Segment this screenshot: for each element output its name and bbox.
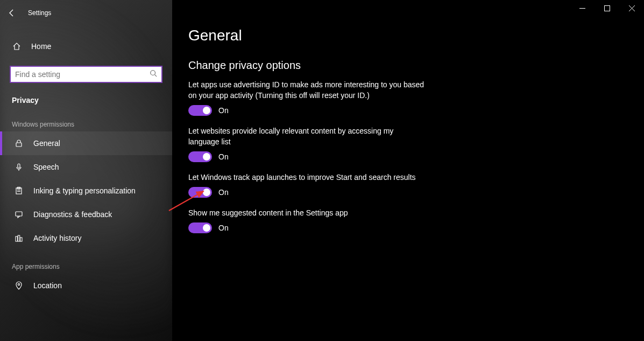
svg-rect-3 [18, 164, 20, 168]
page-title: General [188, 27, 479, 44]
nav-activity[interactable]: Activity history [0, 226, 172, 250]
history-icon [14, 233, 24, 243]
nav-general-label: General [33, 139, 60, 148]
search-input[interactable] [15, 70, 150, 79]
maximize-icon [604, 5, 610, 11]
setting-locale: Let websites provide locally relevant co… [188, 126, 479, 162]
setting-suggest: Show me suggested content in the Setting… [188, 207, 479, 233]
nav-activity-label: Activity history [33, 234, 81, 242]
maximize-button[interactable] [595, 0, 619, 16]
search-box[interactable] [10, 66, 162, 83]
toggle-suggest[interactable] [188, 222, 212, 233]
nav-speech-label: Speech [33, 163, 59, 171]
feedback-icon [14, 210, 24, 219]
window-controls [570, 0, 644, 16]
location-icon [14, 281, 24, 290]
nav-inking[interactable]: Inking & typing personalization [0, 179, 172, 203]
minimize-button[interactable] [570, 0, 595, 16]
setting-ad-id: Let apps use advertising ID to make ads … [188, 79, 479, 116]
back-button[interactable] [8, 9, 16, 17]
group-windows-permissions: Windows permissions [0, 108, 172, 131]
home-icon [12, 41, 22, 51]
svg-rect-10 [18, 235, 20, 241]
titlebar: Settings [0, 4, 172, 22]
toggle-ad-id[interactable] [188, 105, 212, 116]
home-label: Home [31, 42, 51, 51]
toggle-suggest-state: On [218, 224, 229, 232]
svg-line-1 [155, 75, 157, 77]
content-column: General Change privacy options Let apps … [188, 10, 479, 341]
setting-track-label: Let Windows track app launches to improv… [188, 172, 425, 183]
group-app-permissions: App permissions [0, 250, 172, 274]
setting-ad-id-label: Let apps use advertising ID to make ads … [188, 79, 425, 101]
toggle-locale[interactable] [188, 151, 212, 162]
svg-point-0 [151, 71, 155, 75]
back-arrow-icon [8, 9, 16, 17]
main: General Change privacy options Let apps … [172, 0, 644, 341]
nav-location-label: Location [33, 281, 62, 290]
svg-rect-8 [16, 212, 22, 216]
section-heading: Change privacy options [188, 59, 479, 72]
toggle-ad-id-state: On [218, 106, 229, 115]
lock-icon [14, 138, 24, 148]
svg-point-12 [18, 283, 19, 285]
nav-general[interactable]: General [0, 131, 172, 155]
minimize-icon [579, 5, 585, 11]
speech-icon [14, 162, 24, 172]
nav-inking-label: Inking & typing personalization [33, 186, 136, 195]
svg-rect-2 [16, 143, 22, 147]
close-icon [629, 5, 635, 11]
setting-locale-label: Let websites provide locally relevant co… [188, 126, 425, 147]
setting-suggest-label: Show me suggested content in the Setting… [188, 207, 425, 218]
clipboard-icon [14, 186, 24, 196]
toggle-track-state: On [218, 188, 229, 197]
sidebar: Settings Home Privacy Windows permission… [0, 0, 172, 341]
nav-diagnostics-label: Diagnostics & feedback [33, 210, 112, 219]
home-nav[interactable]: Home [0, 34, 172, 58]
svg-rect-9 [16, 236, 18, 241]
nav-diagnostics[interactable]: Diagnostics & feedback [0, 203, 172, 226]
close-button[interactable] [619, 0, 644, 16]
setting-track: Let Windows track app launches to improv… [188, 172, 479, 198]
search-icon [150, 69, 157, 79]
nav-location[interactable]: Location [0, 274, 172, 297]
window-title: Settings [28, 9, 51, 17]
svg-rect-11 [20, 238, 23, 241]
toggle-locale-state: On [218, 152, 229, 161]
toggle-track[interactable] [188, 187, 212, 198]
section-title: Privacy [0, 87, 172, 108]
nav-speech[interactable]: Speech [0, 155, 172, 179]
svg-rect-14 [604, 5, 610, 11]
